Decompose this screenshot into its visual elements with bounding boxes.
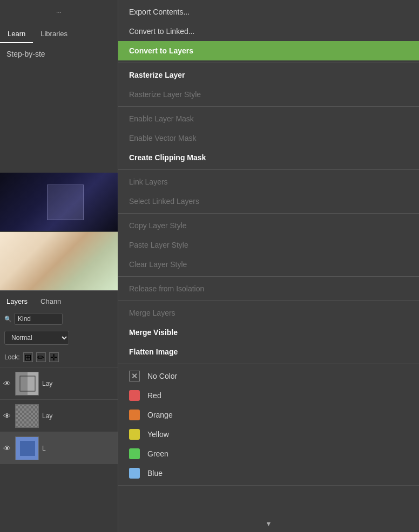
lock-label: Lock: — [4, 353, 20, 361]
no-color-swatch: ✕ — [129, 371, 140, 381]
orange-swatch — [129, 410, 140, 420]
layer-name-1: Lay — [42, 380, 52, 387]
menu-section-1: Export Contents... Convert to Linked... … — [118, 0, 419, 63]
color-item-red[interactable]: Red — [118, 386, 419, 405]
color-section: ✕ No Color Red Orange Yellow Green Blue — [118, 364, 419, 486]
visibility-icon-1[interactable]: 👁 — [3, 379, 12, 388]
lock-bar: Lock: ⊞ ✏ ✛ — [0, 347, 118, 367]
layer-thumbnail-2 — [15, 404, 39, 428]
menu-item-convert-linked[interactable]: Convert to Linked... — [118, 22, 419, 41]
layer-thumb-svg-2 — [16, 404, 38, 428]
lock-position-icon[interactable]: ✛ — [49, 352, 59, 362]
normal-bar: Normal — [0, 328, 118, 347]
scroll-down-area: ▼ — [118, 520, 419, 528]
color-label-yellow: Yellow — [147, 430, 169, 439]
color-item-orange[interactable]: Orange — [118, 405, 419, 425]
menu-section-3: Enable Layer Mask Enable Vector Mask Cre… — [118, 107, 419, 170]
step-area: Step-by-ste — [0, 43, 118, 65]
layer-row: 👁 Lay — [0, 399, 118, 432]
left-panel: ... Learn Libraries Step-by-ste Layers C… — [0, 0, 118, 532]
color-item-yellow[interactable]: Yellow — [118, 425, 419, 444]
menu-item-enable-layer-mask[interactable]: Enable Layer Mask — [118, 109, 419, 128]
blending-mode-dropdown[interactable]: Normal — [4, 331, 69, 345]
lock-pixels-icon[interactable]: ⊞ — [23, 352, 33, 362]
layer-name-2: Lay — [42, 412, 52, 420]
svg-rect-1 — [28, 372, 38, 395]
color-label-blue: Blue — [147, 469, 163, 478]
kind-dropdown[interactable]: Kind — [14, 313, 63, 325]
green-swatch — [129, 448, 140, 459]
menu-item-rasterize-layer-style[interactable]: Rasterize Layer Style — [118, 85, 419, 104]
layer-thumbnail-1 — [15, 372, 39, 395]
thumbnail-1-image — [0, 173, 118, 231]
yellow-swatch — [129, 429, 140, 440]
red-swatch — [129, 390, 140, 401]
visibility-icon-3[interactable]: 👁 — [3, 444, 12, 453]
x-mark: ✕ — [131, 372, 138, 380]
menu-item-clear-layer-style[interactable]: Clear Layer Style — [118, 255, 419, 274]
color-label-orange: Orange — [147, 411, 173, 419]
svg-rect-4 — [16, 404, 38, 428]
step-text: Step-by-ste — [6, 50, 45, 58]
top-bar-text: ... — [56, 7, 62, 15]
tab-channels[interactable]: Chann — [34, 293, 67, 310]
thumbnail-1[interactable] — [0, 173, 118, 231]
color-item-blue[interactable]: Blue — [118, 463, 419, 483]
color-item-green[interactable]: Green — [118, 444, 419, 463]
menu-section-7: Merge Layers Merge Visible Flatten Image — [118, 301, 419, 364]
menu-section-2: Rasterize Layer Rasterize Layer Style — [118, 63, 419, 107]
svg-rect-10 — [20, 441, 35, 456]
menu-item-merge-layers[interactable]: Merge Layers — [118, 303, 419, 323]
tabs-area: Learn Libraries — [0, 22, 118, 43]
menu-item-select-linked-layers[interactable]: Select Linked Layers — [118, 192, 419, 211]
layers-tabs: Layers Chann — [0, 290, 118, 310]
menu-item-paste-layer-style[interactable]: Paste Layer Style — [118, 235, 419, 255]
menu-section-4: Link Layers Select Linked Layers — [118, 170, 419, 214]
svg-rect-0 — [16, 372, 28, 395]
menu-item-release-isolation[interactable]: Release from Isolation — [118, 279, 419, 298]
color-label-no-color: No Color — [147, 372, 177, 380]
layer-thumb-svg-3 — [16, 436, 38, 460]
thumbnail-2[interactable] — [0, 232, 118, 290]
layer-thumbnail-3 — [15, 436, 39, 460]
blue-swatch — [129, 468, 140, 479]
menu-section-6: Release from Isolation — [118, 277, 419, 301]
top-bar: ... — [0, 0, 118, 22]
visibility-icon-2[interactable]: 👁 — [3, 412, 12, 420]
scroll-down-arrow[interactable]: ▼ — [266, 520, 272, 528]
menu-section-5: Copy Layer Style Paste Layer Style Clear… — [118, 214, 419, 277]
layer-row: 👁 Lay — [0, 367, 118, 399]
tab-layers[interactable]: Layers — [0, 293, 34, 310]
kind-bar: 🔍 Kind — [0, 310, 118, 328]
menu-item-link-layers[interactable]: Link Layers — [118, 172, 419, 192]
tab-libraries[interactable]: Libraries — [33, 25, 75, 43]
color-label-red: Red — [147, 391, 161, 400]
color-item-no-color[interactable]: ✕ No Color — [118, 366, 419, 386]
menu-item-merge-visible[interactable]: Merge Visible — [118, 323, 419, 342]
menu-item-enable-vector-mask[interactable]: Enable Vector Mask — [118, 128, 419, 148]
lock-paint-icon[interactable]: ✏ — [36, 352, 46, 362]
thumbnail-2-image — [0, 232, 118, 290]
menu-item-export-contents[interactable]: Export Contents... — [118, 2, 419, 22]
layer-name-3: L — [42, 445, 46, 452]
context-menu: Export Contents... Convert to Linked... … — [118, 0, 419, 532]
tab-learn[interactable]: Learn — [0, 25, 33, 43]
menu-item-flatten-image[interactable]: Flatten Image — [118, 342, 419, 362]
search-icon: 🔍 — [4, 316, 12, 323]
menu-item-copy-layer-style[interactable]: Copy Layer Style — [118, 216, 419, 235]
layer-thumb-svg-1 — [16, 372, 38, 395]
menu-item-convert-layers[interactable]: Convert to Layers — [118, 41, 419, 60]
layer-row: 👁 L — [0, 432, 118, 464]
color-label-green: Green — [147, 449, 168, 458]
menu-item-create-clipping-mask[interactable]: Create Clipping Mask — [118, 148, 419, 167]
menu-item-rasterize-layer[interactable]: Rasterize Layer — [118, 65, 419, 85]
